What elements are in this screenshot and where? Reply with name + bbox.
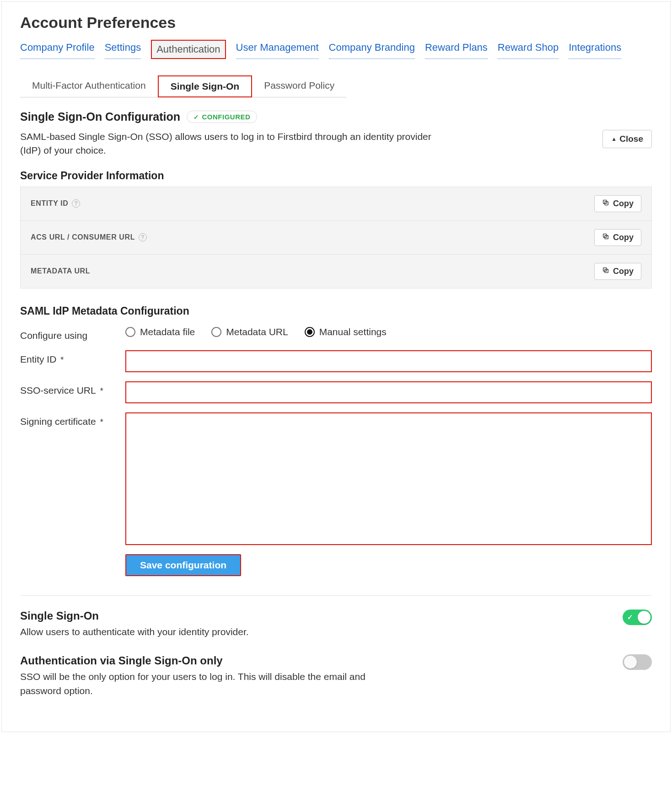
copy-button-entity-id[interactable]: Copy <box>594 195 641 212</box>
sp-info-heading: Service Provider Information <box>20 170 652 182</box>
toggle-knob <box>638 611 650 624</box>
sso-config-heading: Single Sign-On Configuration <box>20 110 180 123</box>
copy-button-label: Copy <box>613 267 634 276</box>
radio-icon <box>305 327 315 337</box>
sso-only-toggle-title: Authentication via Single Sign-On only <box>20 654 377 667</box>
radio-icon <box>125 327 135 337</box>
entity-id-input[interactable] <box>125 350 652 372</box>
radio-icon <box>211 327 221 337</box>
sp-label-metadata-url: METADATA URL <box>31 267 90 275</box>
sso-url-label: SSO-service URL * <box>20 381 116 396</box>
required-marker: * <box>98 386 103 396</box>
sp-row-acs-url: ACS URL / CONSUMER URL ? Copy <box>21 221 651 255</box>
copy-button-acs-url[interactable]: Copy <box>594 229 641 246</box>
help-icon[interactable]: ? <box>72 199 80 208</box>
caret-up-icon: ▲ <box>611 136 617 142</box>
nav-user-management[interactable]: User Management <box>236 40 319 59</box>
sso-toggle-title: Single Sign-On <box>20 610 249 622</box>
tab-password-policy[interactable]: Password Policy <box>252 75 346 97</box>
configure-using-label: Configure using <box>20 326 116 341</box>
close-button[interactable]: ▲ Close <box>602 130 652 148</box>
configure-using-radio-group: Metadata file Metadata URL Manual settin… <box>125 326 387 337</box>
check-icon: ✓ <box>194 113 199 121</box>
status-badge: ✓ CONFIGURED <box>187 111 257 123</box>
sp-label-acs-url: ACS URL / CONSUMER URL <box>31 233 135 241</box>
sso-toggle-desc: Allow users to authenticate with your id… <box>20 625 249 639</box>
sub-nav: Multi-Factor Authentication Single Sign-… <box>20 75 346 97</box>
radio-metadata-url[interactable]: Metadata URL <box>211 326 288 337</box>
sp-row-entity-id: ENTITY ID ? Copy <box>21 187 651 221</box>
tab-sso[interactable]: Single Sign-On <box>158 75 253 97</box>
toggle-knob <box>624 656 637 669</box>
status-badge-label: CONFIGURED <box>202 113 250 121</box>
copy-icon <box>602 199 609 209</box>
signing-cert-label: Signing certificate * <box>20 412 116 427</box>
nav-reward-shop[interactable]: Reward Shop <box>498 40 559 59</box>
sso-only-toggle-desc: SSO will be the only option for your use… <box>20 670 377 698</box>
sso-toggle[interactable]: ✓ <box>623 610 652 625</box>
radio-label: Metadata URL <box>226 326 288 337</box>
radio-metadata-file[interactable]: Metadata file <box>125 326 195 337</box>
copy-button-label: Copy <box>613 233 634 242</box>
required-marker: * <box>98 417 103 427</box>
nav-integrations[interactable]: Integrations <box>569 40 621 59</box>
divider <box>20 595 652 596</box>
nav-settings[interactable]: Settings <box>105 40 141 59</box>
check-icon: ✓ <box>627 613 633 621</box>
close-button-label: Close <box>619 134 643 144</box>
required-marker: * <box>58 355 64 364</box>
nav-company-branding[interactable]: Company Branding <box>329 40 415 59</box>
tab-mfa[interactable]: Multi-Factor Authentication <box>20 75 158 97</box>
sp-label-entity-id: ENTITY ID <box>31 199 68 208</box>
sso-url-input[interactable] <box>125 381 652 403</box>
save-configuration-button[interactable]: Save configuration <box>125 554 241 576</box>
nav-authentication[interactable]: Authentication <box>151 40 226 59</box>
nav-reward-plans[interactable]: Reward Plans <box>425 40 488 59</box>
radio-manual-settings[interactable]: Manual settings <box>305 326 387 337</box>
sso-config-description: SAML-based Single Sign-On (SSO) allows u… <box>20 130 441 158</box>
copy-button-label: Copy <box>613 199 634 209</box>
radio-label: Manual settings <box>319 326 387 337</box>
signing-cert-input[interactable] <box>125 412 652 545</box>
idp-config-heading: SAML IdP Metadata Configuration <box>20 305 652 317</box>
sso-only-toggle[interactable] <box>623 654 652 670</box>
copy-button-metadata-url[interactable]: Copy <box>594 263 641 280</box>
help-icon[interactable]: ? <box>139 233 147 241</box>
sp-info-list: ENTITY ID ? Copy ACS URL / CONSUMER URL … <box>20 187 652 289</box>
entity-id-label: Entity ID * <box>20 350 116 365</box>
nav-company-profile[interactable]: Company Profile <box>20 40 95 59</box>
radio-label: Metadata file <box>140 326 195 337</box>
copy-icon <box>602 233 609 242</box>
copy-icon <box>602 267 609 276</box>
sp-row-metadata-url: METADATA URL Copy <box>21 255 651 288</box>
primary-nav: Company Profile Settings Authentication … <box>20 40 652 59</box>
page-title: Account Preferences <box>20 14 652 32</box>
